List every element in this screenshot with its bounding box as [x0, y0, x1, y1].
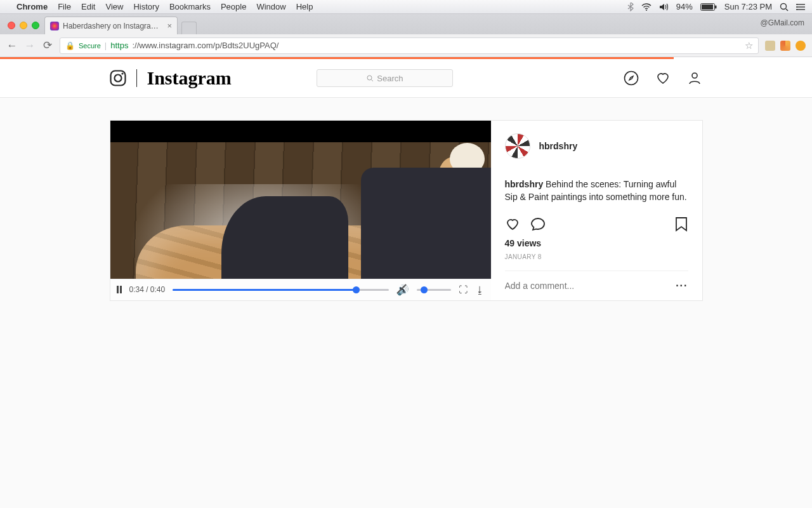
post-card: 0:34 / 0:40 🔊 ⛶ ⭳ hbrdshry hbrdshry Behi…: [110, 120, 703, 301]
seek-bar[interactable]: [173, 289, 388, 291]
svg-line-16: [372, 79, 374, 81]
video-frame[interactable]: [110, 121, 491, 279]
browser-tabstrip: Haberdashery on Instagram: " × @GMail.co…: [0, 14, 812, 34]
svg-marker-18: [629, 76, 633, 80]
post-header: hbrdshry: [505, 133, 688, 169]
instagram-topnav: Instagram Search: [0, 59, 812, 98]
comment-row: ···: [505, 271, 688, 291]
secure-label: Secure: [79, 42, 101, 50]
new-tab-button[interactable]: [181, 22, 197, 34]
lock-icon: 🔒: [65, 41, 75, 50]
post-panel: hbrdshry hbrdshry Behind the scenes: Tur…: [491, 121, 702, 300]
menu-view[interactable]: View: [105, 2, 123, 11]
menu-window[interactable]: Window: [256, 2, 285, 11]
download-icon[interactable]: ⭳: [475, 284, 485, 295]
comment-bubble-icon[interactable]: [530, 217, 546, 232]
svg-point-0: [646, 10, 647, 11]
svg-point-15: [367, 76, 372, 80]
instagram-wordmark: Instagram: [147, 67, 232, 89]
post-actions: [505, 213, 688, 236]
svg-rect-2: [702, 4, 713, 10]
profile-icon[interactable]: [687, 70, 702, 86]
bookmark-star-icon[interactable]: ☆: [745, 40, 753, 51]
url-protocol: https: [110, 41, 128, 50]
svg-point-10: [796, 6, 797, 8]
tab-favicon-icon: [50, 22, 59, 30]
battery-icon[interactable]: [700, 3, 717, 11]
svg-point-11: [796, 9, 797, 10]
extension-icon[interactable]: [765, 41, 775, 51]
video-time: 0:34 / 0:40: [129, 285, 166, 294]
more-options-icon[interactable]: ···: [676, 280, 688, 291]
forward-button: →: [24, 39, 36, 52]
profile-label[interactable]: @GMail.com: [760, 18, 804, 27]
svg-point-9: [796, 4, 797, 5]
menubar-clock[interactable]: Sun 7:23 PM: [724, 2, 772, 11]
window-zoom-button[interactable]: [32, 22, 39, 29]
search-placeholder: Search: [377, 74, 403, 83]
window-controls: [8, 22, 39, 29]
extension-icon[interactable]: [796, 41, 806, 51]
fullscreen-icon[interactable]: ⛶: [459, 284, 468, 295]
notification-center-icon[interactable]: [796, 3, 806, 11]
window-close-button[interactable]: [8, 22, 15, 29]
video-controls: 0:34 / 0:40 🔊 ⛶ ⭳: [110, 279, 491, 300]
macos-menubar: Chrome File Edit View History Bookmarks …: [0, 0, 812, 14]
mute-icon[interactable]: 🔊: [396, 284, 409, 296]
extension-icon[interactable]: [780, 41, 790, 51]
post-caption: hbrdshry Behind the scenes: Turning awfu…: [505, 169, 688, 213]
instagram-glyph-icon: [110, 70, 126, 86]
reload-button[interactable]: ⟳: [42, 39, 53, 52]
window-minimize-button[interactable]: [20, 22, 27, 29]
volume-bar[interactable]: [417, 289, 451, 291]
menu-people[interactable]: People: [221, 2, 246, 11]
tab-close-icon[interactable]: ×: [167, 21, 172, 30]
pause-button[interactable]: [117, 286, 122, 293]
back-button[interactable]: ←: [6, 39, 18, 52]
address-bar[interactable]: 🔒 Secure | https://www.instagram.com/p/B…: [60, 37, 759, 54]
bluetooth-icon[interactable]: [627, 3, 634, 11]
comment-input[interactable]: [505, 281, 676, 291]
post-date: JANUARY 8: [505, 248, 688, 271]
menu-edit[interactable]: Edit: [81, 2, 95, 11]
svg-line-5: [786, 9, 788, 11]
save-bookmark-icon[interactable]: [674, 217, 688, 232]
svg-point-4: [781, 3, 787, 9]
spotlight-icon[interactable]: [780, 3, 789, 11]
menu-help[interactable]: Help: [296, 2, 313, 11]
author-avatar[interactable]: [505, 133, 530, 159]
search-icon: [367, 75, 374, 82]
browser-toolbar: ← → ⟳ 🔒 Secure | https://www.instagram.c…: [0, 34, 812, 57]
explore-icon[interactable]: [624, 70, 639, 86]
like-heart-icon[interactable]: [505, 217, 520, 232]
svg-point-13: [114, 75, 121, 82]
views-count[interactable]: 49 views: [505, 236, 688, 248]
url-path: ://www.instagram.com/p/Bdts2UUgPAQ/: [132, 41, 278, 50]
instagram-logo[interactable]: Instagram: [110, 67, 232, 89]
extensions-row: [765, 41, 806, 51]
svg-rect-3: [715, 5, 717, 8]
wifi-icon[interactable]: [641, 3, 652, 11]
menu-bookmarks[interactable]: Bookmarks: [169, 2, 211, 11]
svg-point-17: [625, 72, 638, 85]
caption-username[interactable]: hbrdshry: [505, 179, 544, 189]
svg-point-19: [692, 73, 697, 78]
svg-point-14: [121, 72, 123, 74]
author-username[interactable]: hbrdshry: [539, 141, 578, 151]
menu-history[interactable]: History: [133, 2, 159, 11]
search-input[interactable]: Search: [317, 69, 453, 87]
menu-file[interactable]: File: [58, 2, 71, 11]
activity-heart-icon[interactable]: [655, 70, 671, 86]
post-media: 0:34 / 0:40 🔊 ⛶ ⭳: [110, 121, 491, 300]
tab-title: Haberdashery on Instagram: ": [63, 22, 163, 30]
page-body: 0:34 / 0:40 🔊 ⛶ ⭳ hbrdshry hbrdshry Behi…: [0, 98, 812, 508]
volume-icon[interactable]: [659, 3, 669, 11]
menu-app-name[interactable]: Chrome: [16, 2, 48, 11]
battery-percent: 94%: [676, 2, 693, 11]
browser-tab[interactable]: Haberdashery on Instagram: " ×: [44, 17, 178, 34]
